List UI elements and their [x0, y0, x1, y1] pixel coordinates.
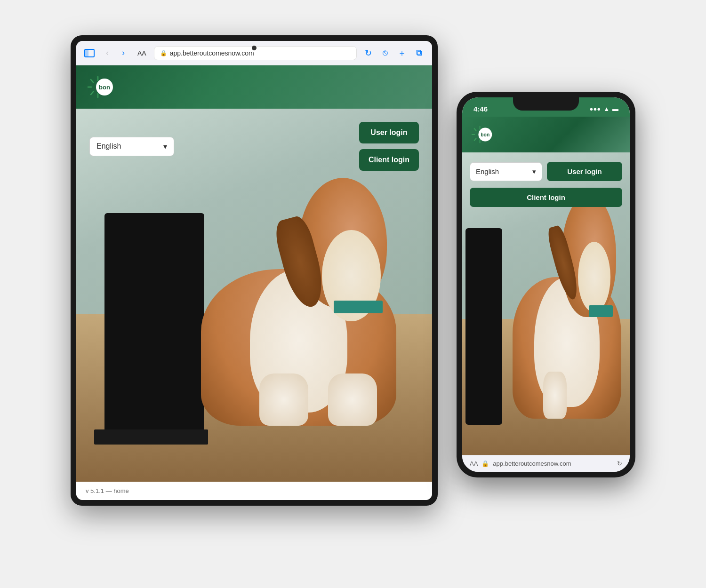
phone-main: English ▾ User login Client login [462, 152, 630, 455]
phone-status-icons: ●●● ▲ ▬ [590, 105, 618, 112]
client-login-button[interactable]: Client login [359, 149, 419, 171]
phone-lock-icon: 🔒 [481, 460, 489, 467]
app-header: bon [76, 65, 432, 109]
phone-language-selector[interactable]: English ▾ [470, 162, 542, 181]
phone-bon-logo-svg: bon [472, 123, 494, 146]
tablet-camera [252, 46, 257, 50]
laptop-body [104, 213, 204, 437]
language-value: English [96, 142, 121, 151]
reload-button[interactable]: ↻ [361, 47, 375, 60]
phone-chevron-down-icon: ▾ [532, 167, 536, 176]
login-controls: English ▾ User login Client login [89, 122, 419, 171]
app-content: bon [76, 65, 432, 500]
chevron-down-icon: ▾ [163, 142, 167, 151]
dog-collar [334, 301, 383, 314]
phone-client-login-button[interactable]: Client login [470, 188, 622, 207]
laptop-base [94, 429, 208, 445]
sidebar-toggle-button[interactable] [83, 48, 96, 58]
phone-refresh-button[interactable]: ↻ [617, 460, 622, 467]
scene: ‹ › AA 🔒 app.betteroutcomesnow.com ↻ ⎋ ＋… [71, 35, 635, 553]
phone-login-controls: English ▾ User login Client login [470, 162, 622, 207]
phone-app-header: bon [462, 117, 630, 152]
back-button[interactable]: ‹ [101, 47, 114, 60]
dog-paw-left [259, 373, 308, 426]
svg-line-5 [91, 92, 93, 95]
sidebar-icon [84, 49, 95, 57]
new-tab-button[interactable]: ＋ [395, 47, 409, 60]
tablet-device: ‹ › AA 🔒 app.betteroutcomesnow.com ↻ ⎋ ＋… [71, 35, 438, 506]
phone-url-text: app.betteroutcomesnow.com [493, 460, 571, 467]
login-buttons: User login Client login [359, 122, 419, 171]
battery-icon: ▬ [612, 105, 618, 112]
browser-bar: ‹ › AA 🔒 app.betteroutcomesnow.com ↻ ⎋ ＋… [76, 41, 432, 65]
tabs-button[interactable]: ⧉ [412, 47, 425, 60]
language-selector[interactable]: English ▾ [89, 137, 174, 156]
browser-actions: ↻ ⎋ ＋ ⧉ [361, 47, 425, 60]
phone-inner: 4:46 ●●● ▲ ▬ [462, 97, 630, 472]
phone-device: 4:46 ●●● ▲ ▬ [457, 92, 635, 477]
signal-icon: ●●● [590, 105, 601, 112]
phone-user-login-button[interactable]: User login [547, 162, 622, 181]
svg-line-15 [474, 138, 476, 141]
tablet-inner: ‹ › AA 🔒 app.betteroutcomesnow.com ↻ ⎋ ＋… [76, 41, 432, 500]
svg-line-17 [474, 128, 476, 131]
phone-language-value: English [476, 167, 499, 175]
phone-bottom-bar: AA 🔒 app.betteroutcomesnow.com ↻ [462, 455, 630, 472]
phone-aa-button[interactable]: AA [470, 460, 478, 467]
phone-time: 4:46 [473, 105, 488, 113]
wifi-icon: ▲ [603, 105, 610, 112]
user-login-button[interactable]: User login [359, 122, 419, 143]
phone-top-row: English ▾ User login [470, 162, 622, 181]
svg-text:bon: bon [99, 84, 110, 91]
text-size-button[interactable]: AA [135, 48, 149, 59]
phone-bon-logo: bon [472, 123, 494, 146]
version-footer: v 5.1.1 — home [76, 482, 432, 500]
app-main: English ▾ User login Client login [76, 109, 432, 482]
bon-logo-svg: bon [88, 73, 116, 101]
svg-text:bon: bon [481, 132, 489, 137]
phone-notch [513, 97, 579, 111]
browser-nav: ‹ › [101, 47, 130, 60]
dog-body [201, 165, 397, 426]
lock-icon: 🔒 [160, 50, 167, 56]
bon-logo: bon [88, 73, 116, 101]
share-button[interactable]: ⎋ [378, 47, 392, 60]
url-text: app.betteroutcomesnow.com [170, 49, 254, 57]
svg-line-7 [91, 79, 93, 82]
dog-paw-right [328, 373, 377, 426]
forward-button[interactable]: › [117, 47, 130, 60]
